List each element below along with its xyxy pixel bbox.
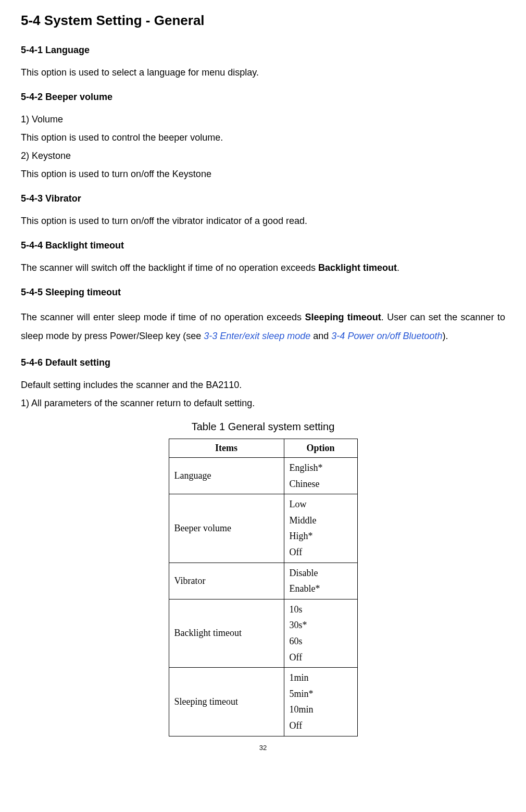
page-number: 32	[21, 743, 505, 753]
option-cell: Disable Enable*	[284, 563, 357, 599]
link-enter-exit-sleep-mode[interactable]: 3-3 Enter/exit sleep mode	[204, 331, 310, 341]
text: ).	[443, 331, 448, 341]
option-cell: English* Chinese	[284, 458, 357, 494]
paragraph: The scanner will enter sleep mode if tim…	[21, 308, 505, 345]
paragraph: 1) All parameters of the scanner return …	[21, 396, 505, 410]
text: The scanner will switch off the backligh…	[21, 263, 318, 273]
table-row: Vibrator Disable Enable*	[169, 563, 357, 599]
option-value: 10min	[290, 702, 352, 718]
item-cell: Vibrator	[169, 563, 284, 599]
option-value: 30s*	[290, 617, 352, 633]
link-power-onoff-bluetooth[interactable]: 3-4 Power on/off Bluetooth	[331, 331, 442, 341]
option-cell: 1min 5min* 10min Off	[284, 668, 357, 736]
option-value: English*	[290, 460, 352, 476]
option-value: Chinese	[290, 476, 352, 492]
option-value: Middle	[290, 513, 352, 529]
table-row: Language English* Chinese	[169, 458, 357, 494]
paragraph: This option is used to turn on/off the K…	[21, 167, 505, 181]
heading-backlight-timeout: 5-4-4 Backlight timeout	[21, 239, 505, 253]
option-value: 5min*	[290, 686, 352, 702]
option-value: 60s	[290, 633, 352, 649]
item-cell: Beeper volume	[169, 494, 284, 563]
option-value: 1min	[290, 670, 352, 686]
paragraph: The scanner will switch off the backligh…	[21, 261, 505, 275]
heading-default-setting: 5-4-6 Default setting	[21, 356, 505, 370]
bold-text: Sleeping timeout	[305, 312, 381, 322]
option-cell: Low Middle High* Off	[284, 494, 357, 563]
header-items: Items	[169, 439, 284, 458]
page-title: 5-4 System Setting - General	[21, 10, 505, 31]
heading-beeper-volume: 5-4-2 Beeper volume	[21, 90, 505, 104]
paragraph: 1) Volume	[21, 113, 505, 127]
item-cell: Backlight timeout	[169, 599, 284, 667]
heading-vibrator: 5-4-3 Vibrator	[21, 192, 505, 206]
paragraph: Default setting includes the scanner and…	[21, 378, 505, 392]
option-value: High*	[290, 528, 352, 544]
option-cell: 10s 30s* 60s Off	[284, 599, 357, 667]
text: The scanner will enter sleep mode if tim…	[21, 312, 305, 322]
text: and	[310, 331, 331, 341]
table-row: Backlight timeout 10s 30s* 60s Off	[169, 599, 357, 667]
option-value: Off	[290, 544, 352, 560]
option-value: Off	[290, 718, 352, 734]
option-value: Enable*	[290, 581, 352, 597]
paragraph: This option is used to turn on/off the v…	[21, 214, 505, 228]
table-header-row: Items Option	[169, 439, 357, 458]
item-cell: Sleeping timeout	[169, 668, 284, 736]
header-option: Option	[284, 439, 357, 458]
table-row: Sleeping timeout 1min 5min* 10min Off	[169, 668, 357, 736]
heading-sleeping-timeout: 5-4-5 Sleeping timeout	[21, 285, 505, 299]
heading-language: 5-4-1 Language	[21, 43, 505, 57]
option-value: 10s	[290, 602, 352, 618]
table-caption: Table 1 General system setting	[21, 419, 505, 434]
general-settings-table: Items Option Language English* Chinese B…	[169, 439, 358, 736]
option-value: Off	[290, 649, 352, 666]
paragraph: This option is used to select a language…	[21, 66, 505, 80]
text: .	[397, 263, 399, 273]
bold-text: Backlight timeout	[318, 263, 397, 273]
table-row: Beeper volume Low Middle High* Off	[169, 494, 357, 563]
option-value: Disable	[290, 565, 352, 581]
paragraph: This option is used to control the beepe…	[21, 131, 505, 145]
item-cell: Language	[169, 458, 284, 494]
option-value: Low	[290, 496, 352, 513]
paragraph: 2) Keystone	[21, 149, 505, 163]
